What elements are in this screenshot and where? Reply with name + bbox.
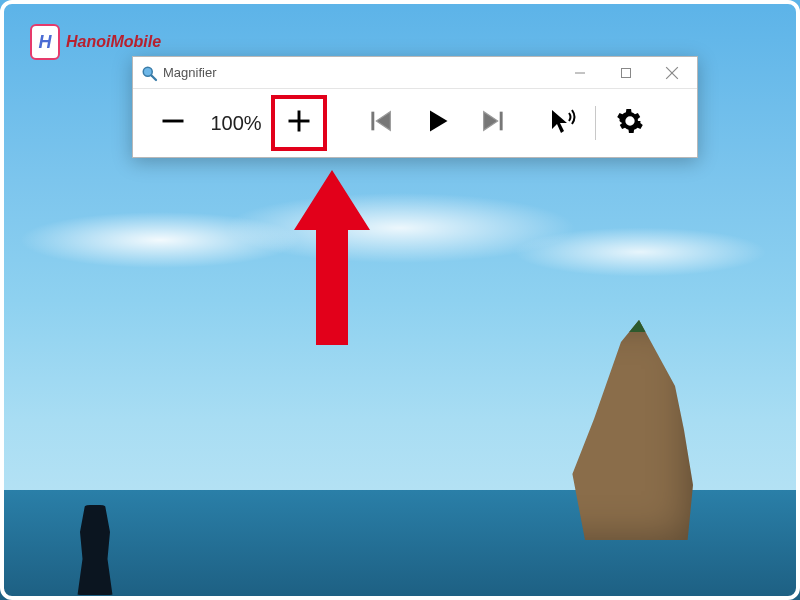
zoom-out-button[interactable] <box>145 95 201 151</box>
play-icon <box>423 107 451 139</box>
svg-line-1 <box>152 75 157 80</box>
magnifier-toolbar: 100% <box>133 89 697 157</box>
watermark-text: HanoiMobile <box>66 33 161 51</box>
skip-back-icon <box>367 107 395 139</box>
titlebar[interactable]: Magnifier <box>133 57 697 89</box>
window-title: Magnifier <box>163 65 216 80</box>
magnifier-app-icon <box>141 65 157 81</box>
plus-icon <box>285 107 313 139</box>
play-button[interactable] <box>409 95 465 151</box>
svg-marker-15 <box>294 170 370 345</box>
watermark-logo: H HanoiMobile <box>30 24 161 60</box>
gear-icon <box>616 107 644 139</box>
close-button[interactable] <box>649 58 695 88</box>
window-controls <box>557 58 695 88</box>
toolbar-divider <box>595 106 596 140</box>
magnifier-window: Magnifier 100% <box>132 56 698 158</box>
annotation-arrow <box>292 170 372 354</box>
maximize-button[interactable] <box>603 58 649 88</box>
previous-sentence-button[interactable] <box>353 95 409 151</box>
svg-marker-12 <box>484 112 498 131</box>
read-from-here-button[interactable] <box>535 95 591 151</box>
settings-button[interactable] <box>602 95 658 151</box>
wallpaper-clouds <box>0 180 800 300</box>
watermark-icon: H <box>30 24 60 60</box>
minimize-button[interactable] <box>557 58 603 88</box>
minus-icon <box>159 107 187 139</box>
svg-rect-3 <box>622 68 631 77</box>
svg-marker-14 <box>552 110 567 133</box>
svg-marker-10 <box>376 112 390 131</box>
cursor-sound-icon <box>549 107 577 139</box>
svg-marker-11 <box>430 111 448 132</box>
zoom-in-button[interactable] <box>271 95 327 151</box>
zoom-level-display: 100% <box>201 112 271 135</box>
skip-forward-icon <box>479 107 507 139</box>
next-sentence-button[interactable] <box>465 95 521 151</box>
